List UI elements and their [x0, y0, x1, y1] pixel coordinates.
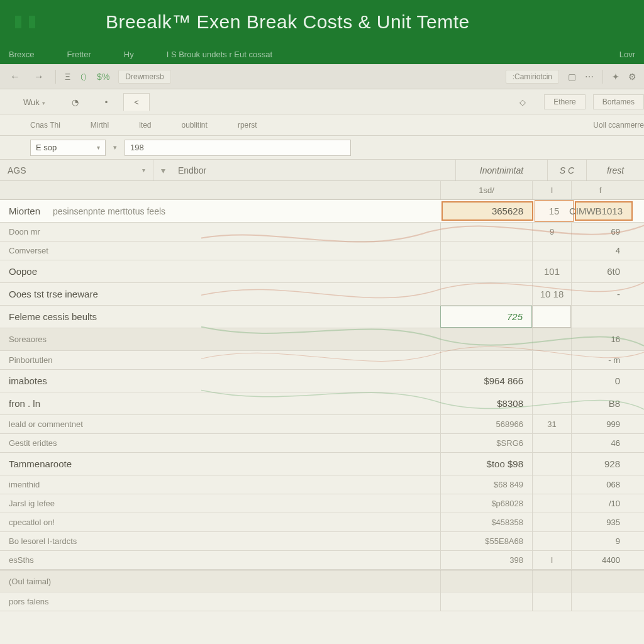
row-label-cell[interactable]: Ooes tst trse ineware	[0, 283, 440, 305]
row-value-cell[interactable]: $8308	[440, 392, 532, 414]
row-end-cell[interactable]: -	[571, 283, 629, 305]
row-value-cell[interactable]	[440, 242, 532, 260]
row-label-cell[interactable]: leald or commentnet	[0, 415, 440, 433]
row-value-cell[interactable]: $too $98	[440, 453, 532, 475]
row-value-cell[interactable]: $964 866	[440, 370, 532, 392]
row-mid-cell[interactable]	[532, 592, 571, 611]
table-row[interactable]: Bo lesorel I-tardcts$55E8A689	[0, 532, 644, 551]
row-end-cell[interactable]: CIMWB1013	[575, 201, 633, 221]
row-label-cell[interactable]: Oopoe	[0, 260, 440, 282]
row-label-cell[interactable]: Miortenpesinsenpnte merttotus feels	[0, 200, 440, 222]
row-end-cell[interactable]: 46	[571, 434, 629, 452]
row-end-cell[interactable]: 0	[571, 370, 629, 392]
row-label-cell[interactable]: Gestit eridtes	[0, 434, 440, 452]
table-row[interactable]: (Oul taimal)	[0, 570, 644, 592]
row-value-cell[interactable]: $55E8A68	[440, 532, 532, 550]
table-row[interactable]: Tammenaroote$too $98928	[0, 453, 644, 475]
back-icon[interactable]: ←	[8, 70, 23, 84]
table-row[interactable]: Ooes tst trse ineware10 18-	[0, 283, 644, 306]
row-mid-cell[interactable]	[532, 494, 571, 513]
row-mid-cell[interactable]	[532, 532, 571, 550]
row-label-cell[interactable]: fron . ln	[0, 392, 440, 414]
row-mid-cell[interactable]	[532, 351, 571, 369]
table-row[interactable]: esSths398I4400	[0, 551, 644, 570]
row-mid-cell[interactable]: 15	[535, 200, 574, 222]
ribbon-tab[interactable]: Wuk▾	[13, 93, 56, 111]
row-mid-cell[interactable]	[532, 242, 571, 260]
row-end-cell[interactable]: 6t0	[571, 260, 629, 282]
row-value-cell[interactable]	[440, 328, 532, 350]
row-mid-cell[interactable]: 9	[532, 223, 571, 241]
row-label-cell[interactable]: imabotes	[0, 370, 440, 392]
row-value-cell[interactable]: 398	[440, 551, 532, 569]
row-end-cell[interactable]: 935	[571, 513, 629, 531]
row-end-cell[interactable]: 69	[571, 223, 629, 241]
toolbar-glyph[interactable]: ▢	[568, 72, 576, 82]
row-label-cell[interactable]: Soreaores	[0, 328, 440, 350]
menu-item[interactable]: Brexce	[9, 50, 34, 59]
col-header-b[interactable]: ▾Endbor	[153, 160, 455, 180]
menu-item[interactable]: I S Brouk undets r Eut cossat	[167, 50, 272, 59]
menu-item[interactable]: Fretter	[67, 50, 91, 59]
ribbon-tab[interactable]: •	[94, 93, 119, 111]
row-label-cell[interactable]: Jarsl ig lefee	[0, 494, 440, 513]
name-box[interactable]: E sop ▾	[30, 140, 106, 156]
col-header-d[interactable]: S C	[547, 160, 586, 180]
toolbar-glyph[interactable]: $%	[97, 72, 109, 82]
row-label-cell[interactable]: (Oul taimal)	[0, 570, 440, 592]
row-mid-cell[interactable]	[532, 570, 571, 592]
row-mid-cell[interactable]	[532, 475, 571, 494]
toolbar-chip[interactable]: :Camiriotcin	[506, 70, 559, 84]
toolbar-chip[interactable]: Drewmersb	[118, 70, 170, 84]
row-value-cell[interactable]	[440, 570, 532, 592]
toolbar-glyph[interactable]: ⟮⟯	[79, 72, 88, 82]
toolbar-glyph[interactable]: ⚙	[628, 72, 636, 82]
row-end-cell[interactable]: 928	[571, 453, 629, 475]
row-end-cell[interactable]: - m	[571, 351, 629, 369]
menu-item[interactable]: Lovr	[619, 50, 635, 59]
row-end-cell[interactable]: 999	[571, 415, 629, 433]
row-label-cell[interactable]: Feleme cessis beults	[0, 306, 440, 328]
row-end-cell[interactable]: 4400	[571, 551, 629, 569]
row-end-cell[interactable]: 4	[571, 242, 629, 260]
row-end-cell[interactable]	[571, 592, 629, 611]
row-end-cell[interactable]: 068	[571, 475, 629, 494]
table-row[interactable]: Comverset4	[0, 242, 644, 260]
row-end-cell[interactable]: B8	[571, 392, 629, 414]
row-label-cell[interactable]: esSths	[0, 551, 440, 569]
row-value-cell[interactable]	[440, 351, 532, 369]
row-mid-cell[interactable]	[532, 453, 571, 475]
toolbar-glyph[interactable]: ⋯	[585, 72, 594, 82]
ribbon-chip[interactable]: Bortames	[593, 94, 644, 109]
toolbar-glyph[interactable]: ✦	[612, 72, 619, 82]
table-row[interactable]: Oopoe1016t0	[0, 260, 644, 283]
row-mid-cell[interactable]	[532, 328, 571, 350]
row-mid-cell[interactable]: 101	[532, 260, 571, 282]
row-label-cell[interactable]: pors falens	[0, 592, 440, 611]
table-row[interactable]: pors falens	[0, 592, 644, 611]
row-value-cell[interactable]: $SRG6	[440, 434, 532, 452]
row-value-cell[interactable]: 725	[440, 306, 532, 328]
toolbar-glyph[interactable]: Ξ	[65, 72, 70, 82]
row-end-cell[interactable]: 9	[571, 532, 629, 550]
row-mid-cell[interactable]: I	[532, 551, 571, 569]
ribbon-tab-active[interactable]: <	[123, 93, 150, 111]
row-end-cell[interactable]: 16	[571, 328, 629, 350]
row-value-cell[interactable]: $p68028	[440, 494, 532, 513]
row-mid-cell[interactable]: 10 18	[532, 283, 571, 305]
row-mid-cell[interactable]	[532, 434, 571, 452]
ribbon-tab[interactable]: ◇	[509, 93, 536, 111]
table-row[interactable]: Gestit eridtes$SRG646	[0, 434, 644, 453]
row-value-cell[interactable]	[440, 223, 532, 241]
row-label-cell[interactable]: imenthid	[0, 475, 440, 494]
row-label-cell[interactable]: Bo lesorel I-tardcts	[0, 532, 440, 550]
row-label-cell[interactable]: Tammenaroote	[0, 453, 440, 475]
ribbon-chip[interactable]: Ethere	[544, 94, 585, 109]
table-row[interactable]: Doon mr969	[0, 223, 644, 242]
row-mid-cell[interactable]	[532, 513, 571, 531]
menu-item[interactable]: Hy	[124, 50, 134, 59]
row-label-cell[interactable]: Pinbortutlen	[0, 351, 440, 369]
row-label-cell[interactable]: Comverset	[0, 242, 440, 260]
row-mid-cell[interactable]	[532, 392, 571, 414]
row-value-cell[interactable]	[440, 260, 532, 282]
